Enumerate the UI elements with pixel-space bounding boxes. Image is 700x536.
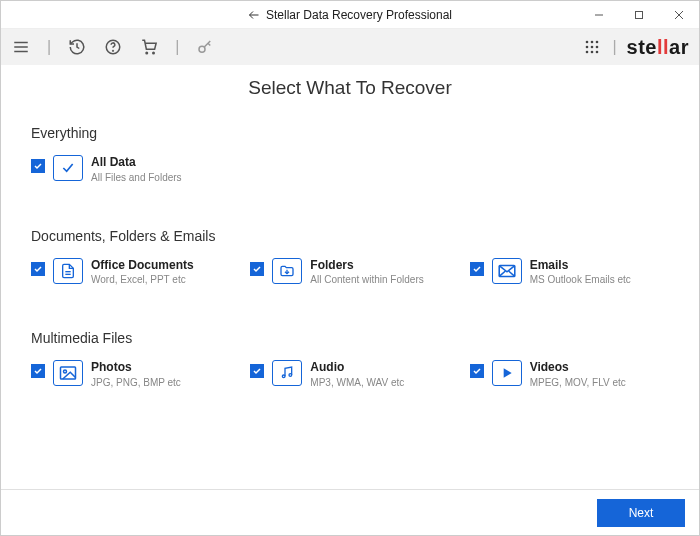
titlebar: Stellar Data Recovery Professional <box>1 1 699 29</box>
item-title: Office Documents <box>91 258 194 274</box>
item-title: Emails <box>530 258 631 274</box>
item-videos[interactable]: Videos MPEG, MOV, FLV etc <box>470 360 669 389</box>
toolbar-divider-2: | <box>175 38 179 56</box>
audio-icon <box>272 360 302 386</box>
maximize-button[interactable] <box>619 1 659 29</box>
document-icon <box>53 258 83 284</box>
toolbar-left: | | <box>11 37 215 57</box>
cart-icon[interactable] <box>139 37 159 57</box>
window-title-wrap: Stellar Data Recovery Professional <box>248 8 452 22</box>
checkbox-photos[interactable] <box>31 364 45 378</box>
item-folders[interactable]: Folders All Content within Folders <box>250 258 449 287</box>
video-icon <box>492 360 522 386</box>
svg-point-19 <box>591 51 594 54</box>
checkbox-office[interactable] <box>31 262 45 276</box>
item-all-data[interactable]: All Data All Files and Folders <box>31 155 241 184</box>
svg-point-25 <box>64 370 67 373</box>
window-controls <box>579 1 699 29</box>
photo-icon <box>53 360 83 386</box>
checkbox-videos[interactable] <box>470 364 484 378</box>
email-icon <box>492 258 522 284</box>
item-sub: Word, Excel, PPT etc <box>91 273 194 286</box>
grid-icon[interactable] <box>582 37 602 57</box>
footer: Next <box>1 489 699 535</box>
svg-point-11 <box>199 46 205 52</box>
svg-point-17 <box>596 46 599 49</box>
svg-point-10 <box>153 52 155 54</box>
key-icon[interactable] <box>195 37 215 57</box>
svg-point-20 <box>596 51 599 54</box>
svg-rect-1 <box>636 12 643 19</box>
item-title: Photos <box>91 360 181 376</box>
page-title: Select What To Recover <box>31 77 669 99</box>
toolbar-divider: | <box>47 38 51 56</box>
item-sub: JPG, PNG, BMP etc <box>91 376 181 389</box>
item-photos[interactable]: Photos JPG, PNG, BMP etc <box>31 360 230 389</box>
brand-divider: | <box>612 38 616 56</box>
toolbar: | | | stellar <box>1 29 699 65</box>
item-title: Videos <box>530 360 626 376</box>
item-title: Audio <box>310 360 404 376</box>
next-button[interactable]: Next <box>597 499 685 527</box>
item-emails[interactable]: Emails MS Outlook Emails etc <box>470 258 669 287</box>
item-title: All Data <box>91 155 182 171</box>
svg-marker-28 <box>503 369 511 378</box>
svg-point-14 <box>596 41 599 44</box>
svg-point-8 <box>113 50 114 51</box>
help-icon[interactable] <box>103 37 123 57</box>
svg-rect-24 <box>61 367 76 379</box>
minimize-button[interactable] <box>579 1 619 29</box>
item-sub: MS Outlook Emails etc <box>530 273 631 286</box>
svg-point-26 <box>283 375 286 378</box>
section-everything-label: Everything <box>31 125 669 141</box>
svg-point-27 <box>289 374 292 377</box>
item-sub: All Content within Folders <box>310 273 423 286</box>
item-title: Folders <box>310 258 423 274</box>
checkbox-folders[interactable] <box>250 262 264 276</box>
checkbox-emails[interactable] <box>470 262 484 276</box>
checkbox-all-data[interactable] <box>31 159 45 173</box>
history-icon[interactable] <box>67 37 87 57</box>
folder-icon <box>272 258 302 284</box>
svg-point-15 <box>586 46 589 49</box>
svg-point-16 <box>591 46 594 49</box>
main-content: Select What To Recover Everything All Da… <box>1 65 699 389</box>
checkbox-audio[interactable] <box>250 364 264 378</box>
section-media-label: Multimedia Files <box>31 330 669 346</box>
menu-icon[interactable] <box>11 37 31 57</box>
svg-point-18 <box>586 51 589 54</box>
close-button[interactable] <box>659 1 699 29</box>
all-data-icon <box>53 155 83 181</box>
item-audio[interactable]: Audio MP3, WMA, WAV etc <box>250 360 449 389</box>
item-sub: MP3, WMA, WAV etc <box>310 376 404 389</box>
svg-point-13 <box>591 41 594 44</box>
row-media: Photos JPG, PNG, BMP etc Audio MP3, WMA,… <box>31 360 669 389</box>
row-everything: All Data All Files and Folders <box>31 155 669 184</box>
window-title: Stellar Data Recovery Professional <box>266 8 452 22</box>
item-sub: MPEG, MOV, FLV etc <box>530 376 626 389</box>
item-office-documents[interactable]: Office Documents Word, Excel, PPT etc <box>31 258 230 287</box>
svg-point-12 <box>586 41 589 44</box>
row-docs: Office Documents Word, Excel, PPT etc Fo… <box>31 258 669 287</box>
brand-logo: stellar <box>627 36 689 59</box>
item-sub: All Files and Folders <box>91 171 182 184</box>
svg-point-9 <box>146 52 148 54</box>
section-docs-label: Documents, Folders & Emails <box>31 228 669 244</box>
toolbar-right: | stellar <box>582 36 689 59</box>
back-arrow-icon <box>248 9 260 21</box>
